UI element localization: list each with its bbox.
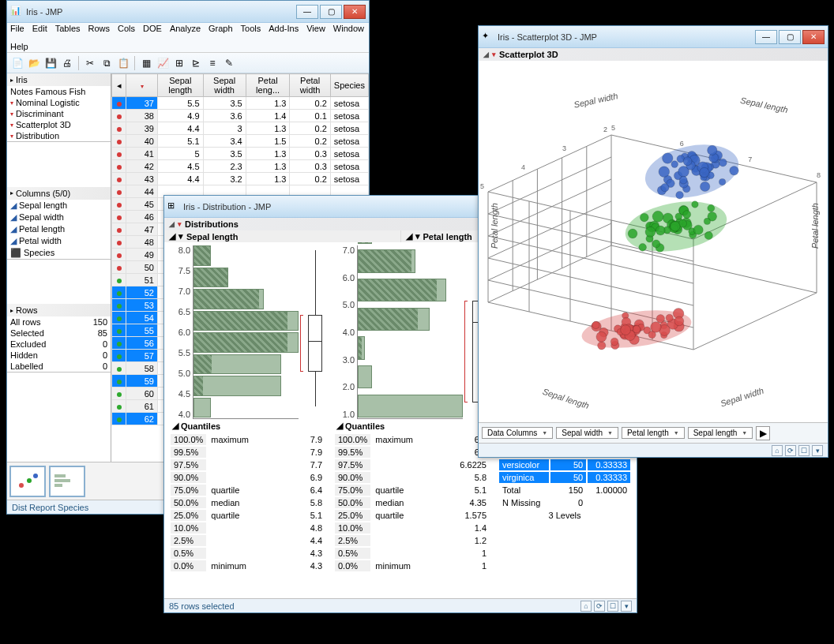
menu-file[interactable]: File [10,24,24,33]
rows-header[interactable]: ▸Rows [7,304,111,316]
histogram-bar[interactable] [193,268,228,288]
sidebar-analysis[interactable]: ▾Scatterplot 3D [7,119,111,130]
cut-icon[interactable]: ✂ [83,56,97,70]
menu-rows[interactable]: Rows [88,24,111,33]
red-triangle-icon[interactable]: ▾ [178,231,183,242]
row-marker[interactable] [112,223,126,236]
cell[interactable]: 0.2 [290,173,330,185]
dropdown-icon[interactable]: ▾ [812,445,823,456]
columns-header[interactable]: ▸Columns (5/0) [7,187,111,200]
row-number[interactable]: 62 [126,413,158,425]
histogram-bar[interactable] [358,308,430,331]
cell[interactable]: 3.6 [203,110,246,122]
dist-icon[interactable]: ⊞ [172,56,186,70]
row-marker[interactable] [112,324,126,337]
column-header[interactable]: Petal leng... [246,74,290,97]
freq-row[interactable]: virginica500.33333 [499,472,630,483]
row-number[interactable]: 53 [126,299,158,312]
print-icon[interactable]: 🖨 [60,56,74,70]
menu-add-ins[interactable]: Add-Ins [269,24,299,33]
dataset-header[interactable]: ▸Iris [7,73,111,86]
maximize-button[interactable]: ▢ [320,5,342,19]
save-icon[interactable]: 💾 [43,56,58,70]
column-header[interactable]: Petal width [290,74,330,97]
row-marker[interactable] [112,400,126,413]
maximize-button[interactable]: ▢ [779,30,801,44]
menu-analyze[interactable]: Analyze [170,24,201,33]
cell[interactable]: 1.5 [246,135,290,148]
histogram-bar[interactable] [193,354,281,375]
row-marker[interactable] [112,312,126,324]
row-marker[interactable] [112,375,126,388]
redo-icon[interactable]: ⟳ [785,445,796,456]
cell[interactable]: 0.2 [290,135,330,148]
table-row[interactable]: 4153.51.30.3setosa [112,148,369,160]
histogram-bar[interactable] [358,279,446,301]
cell[interactable]: 4.4 [158,122,204,135]
cell[interactable]: 1.3 [246,173,290,185]
minimize-button[interactable]: — [296,5,318,19]
home-icon[interactable]: ⌂ [580,601,592,612]
redo-icon[interactable]: ⟳ [594,601,605,612]
row-marker[interactable] [112,388,126,400]
row-marker[interactable] [112,337,126,350]
histogram-bar[interactable] [193,245,211,266]
sidebar-column[interactable]: ◢Petal width [7,235,111,247]
menu-window[interactable]: Window [333,24,364,33]
cell[interactable]: 3.2 [203,173,246,185]
column-header[interactable]: Species [330,74,368,97]
dataset-notes[interactable]: Notes Famous Fish [7,86,111,97]
row-number[interactable]: 46 [126,211,158,223]
quantiles-header-1[interactable]: ◢Quantiles [169,419,327,432]
column-header[interactable]: Sepal width [203,74,246,97]
row-number[interactable]: 55 [126,324,158,337]
cell[interactable]: 3.5 [203,148,246,160]
chart-icon[interactable]: 📈 [156,56,170,70]
scatter-titlebar[interactable]: ✦ Iris - Scatterplot 3D - JMP — ▢ ✕ [479,26,828,48]
var1-header[interactable]: ◢ ▾ Sepal length [164,230,400,242]
histogram-bar[interactable] [358,336,365,359]
dropdown-icon[interactable]: ▾ [621,601,632,612]
cell[interactable]: 0.3 [290,160,330,173]
menu-view[interactable]: View [306,24,325,33]
table-row[interactable]: 375.53.51.30.2setosa [112,97,369,110]
cell[interactable]: setosa [330,122,368,135]
cell[interactable]: setosa [330,148,368,160]
row-marker[interactable] [112,274,126,286]
row-marker[interactable] [112,110,126,122]
histogram-bar[interactable] [193,311,299,331]
row-number[interactable]: 43 [126,173,158,185]
row-number[interactable]: 47 [126,223,158,236]
menu-help[interactable]: Help [10,42,28,51]
next-axis-button[interactable]: ▶ [756,426,770,440]
row-marker[interactable] [112,160,126,173]
histogram-bar[interactable] [193,332,299,353]
menu-doe[interactable]: DOE [143,24,162,33]
red-triangle-icon[interactable]: ▾ [415,231,420,242]
freq-row[interactable]: versicolor500.33333 [499,459,630,470]
cell[interactable]: 0.1 [290,110,330,122]
boxplot-sepal-length[interactable] [303,245,327,419]
cell[interactable]: 0.3 [290,148,330,160]
tool-icon[interactable]: ✎ [222,56,236,70]
row-marker[interactable] [112,97,126,110]
row-marker[interactable] [112,173,126,185]
cell[interactable]: 3.4 [203,135,246,148]
row-marker[interactable] [112,185,126,198]
close-button[interactable]: ✕ [802,30,825,44]
row-number[interactable]: 51 [126,274,158,286]
menu-edit[interactable]: Edit [32,24,47,33]
cell[interactable]: 5 [158,148,204,160]
row-marker[interactable] [112,198,126,211]
red-triangle-icon[interactable]: ▾ [492,51,496,58]
cell[interactable]: 1.3 [246,160,290,173]
cell[interactable]: 1.3 [246,148,290,160]
cell[interactable]: 1.3 [246,97,290,110]
row-number[interactable]: 56 [126,337,158,350]
dist-thumb[interactable] [49,466,85,497]
histogram-bar[interactable] [193,376,281,396]
menu-tables[interactable]: Tables [55,24,81,33]
histogram-bar[interactable] [358,395,463,417]
table-row[interactable]: 405.13.41.50.2setosa [112,135,369,148]
cell[interactable]: setosa [330,110,368,122]
